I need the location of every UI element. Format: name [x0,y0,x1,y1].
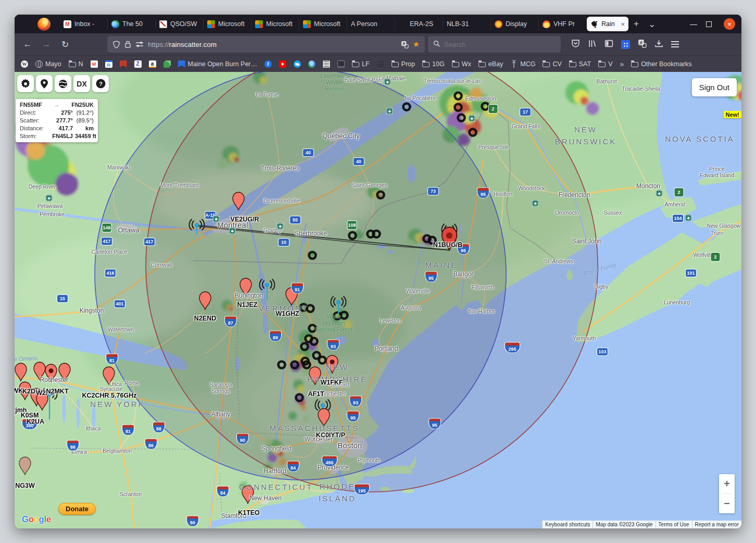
globe-button[interactable] [55,75,71,92]
minimize-button[interactable]: — [688,20,699,28]
bookmark-label: Maine Open Burn Per… [188,60,257,68]
tab-strip: Inbox - The 50 QSO/SW Microsoft Microsof… [60,17,628,31]
bookmark-item[interactable]: 10G [422,60,445,68]
menu-icon[interactable] [671,41,679,47]
bookmark-item[interactable] [21,60,28,68]
translate-icon[interactable]: A [401,41,409,48]
bookmark-item[interactable] [120,60,127,68]
close-button[interactable]: × [724,18,735,30]
translate-extension-icon[interactable]: A [638,39,647,50]
forward-button[interactable]: → [39,36,54,52]
browser-tab[interactable]: VHF Pr [539,17,587,31]
zoom-in-button[interactable]: + [719,474,735,493]
back-button[interactable]: ← [20,36,35,52]
bookmark-label: Wx [462,60,471,68]
bookmark-item[interactable] [149,60,156,68]
bookmark-item[interactable]: Prop [392,60,415,68]
bookmark-item[interactable] [264,60,272,68]
bookmark-item[interactable] [308,60,316,68]
library-icon[interactable] [588,39,597,50]
browser-tab[interactable]: NLB-31 [443,17,491,31]
settings-button[interactable] [17,75,34,92]
zoom-out-button[interactable]: − [719,494,735,513]
bookmark-item[interactable]: Other Bookmarks [631,60,691,68]
firefox-icon[interactable] [37,18,51,31]
browser-tab[interactable]: Display [491,17,539,31]
bookmark-item[interactable] [105,60,112,68]
bookmark-item[interactable] [91,60,98,68]
bookmark-item[interactable]: Maine Open Burn Per… [178,60,257,68]
close-tab-icon[interactable]: × [621,20,625,28]
shield-icon[interactable] [112,41,120,48]
folder-icon [352,62,359,67]
bookmark-label: V [608,60,612,68]
lock-icon[interactable] [124,41,131,48]
bookmark-item[interactable]: LF [352,60,370,68]
bookmark-item[interactable]: V [598,60,612,68]
station-pin[interactable] [242,486,254,503]
permissions-icon[interactable] [135,41,144,47]
list-tabs-button[interactable]: ⌄ [644,19,660,30]
browser-tab[interactable]: A Person [347,17,395,31]
bookmark-item[interactable]: CV [543,60,561,68]
bookmark-item[interactable] [294,60,301,68]
station-pin[interactable] [59,363,70,381]
station-pin[interactable] [103,367,115,385]
browser-tab[interactable]: Microsoft [204,17,251,31]
extension-icon[interactable] [621,40,630,49]
bookmark-label: LF [362,60,370,68]
doc-tab-icon [159,20,167,28]
dx-button[interactable]: DX [73,75,90,92]
browser-tab[interactable]: Rain × [587,17,628,31]
bookmark-item[interactable] [337,60,345,68]
reload-button[interactable]: ↻ [57,36,73,52]
bookmark-item[interactable]: eBay [478,60,503,68]
sign-out-button[interactable]: Sign Out [692,78,737,96]
bookmark-item[interactable] [134,60,142,68]
donate-button[interactable]: Donate [58,503,96,515]
bookmark-item[interactable]: N [69,60,83,68]
bookmark-label: » [620,60,624,68]
location-pin-button[interactable] [36,75,53,92]
browser-tab[interactable]: The 50 [108,17,156,31]
station-pin[interactable] [15,363,27,381]
station-pin[interactable] [36,392,48,410]
bookmark-item[interactable]: » [620,60,624,68]
maximize-button[interactable] [706,21,712,27]
bookmark-item[interactable]: MCG [510,60,535,68]
browser-tab[interactable]: Microsoft [299,17,347,31]
bookmark-item[interactable] [163,60,171,68]
browser-tab[interactable]: Microsoft [251,17,299,31]
bookmark-item[interactable]: SAT [569,60,591,68]
help-button[interactable]: ? [92,75,109,92]
station-pin[interactable] [19,457,31,475]
bookmark-star-icon[interactable]: ★ [413,40,420,49]
tab-label: ERA-2S [410,20,439,28]
keyboard-shortcuts-link[interactable]: Keyboard shortcuts [542,521,593,528]
save-page-icon[interactable] [654,39,663,50]
tab-label: Microsoft [314,20,343,28]
station-pin[interactable] [19,382,31,400]
bookmark-item[interactable] [323,60,330,68]
search-bar[interactable] [428,36,561,53]
station-pin[interactable] [34,362,45,380]
bookmark-item[interactable] [279,60,286,68]
terms-link[interactable]: Terms of Use [656,521,692,528]
report-error-link[interactable]: Report a map error [692,521,741,528]
bookmark-item[interactable]: Mayo [35,60,61,68]
path-info-panel: FN55MF → FN25UK Direct:275°(91.2°) Scatt… [16,99,98,142]
bookmark-item[interactable]: Wx [452,60,471,68]
map-overlay [15,72,741,528]
station-pin[interactable] [45,364,57,382]
browser-window: Inbox - The 50 QSO/SW Microsoft Microsof… [15,15,741,528]
browser-tab[interactable]: Inbox - [60,17,108,31]
browser-tab[interactable]: QSO/SW [156,17,204,31]
search-input[interactable] [444,41,556,48]
url-bar[interactable]: https://rainscatter.com A ★ [107,36,425,53]
pocket-icon[interactable] [571,39,580,50]
map-canvas[interactable]: {"" } [15,72,741,528]
browser-tab[interactable]: ERA-2S [395,17,443,31]
new-tab-button[interactable]: + [628,19,644,29]
bookmark-item[interactable] [377,60,384,68]
sidebar-icon[interactable] [604,39,613,50]
